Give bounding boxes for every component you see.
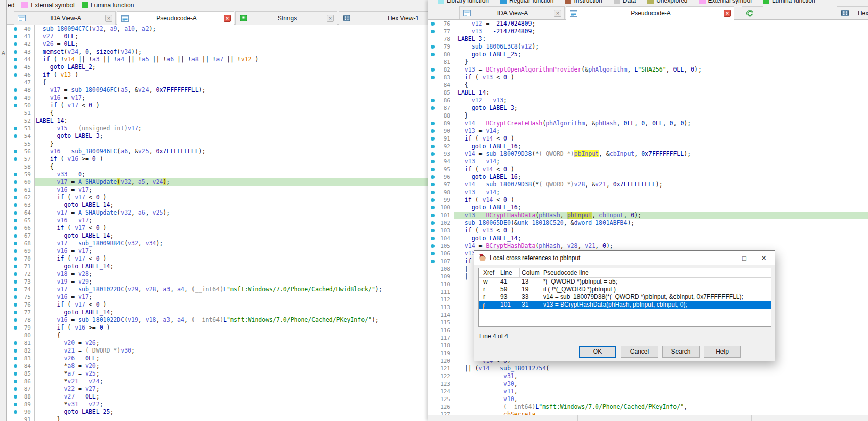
code-line[interactable]: 89 *v31 = v22; (7, 401, 428, 408)
code-line[interactable]: 55 } (7, 140, 428, 148)
code-line[interactable]: 78 v16 = sub_1801022DC(v19, v18, a3, a4,… (7, 316, 428, 324)
code-line[interactable]: 76 if ( v17 < 0 ) (7, 301, 428, 309)
code-line[interactable]: 91 } (7, 416, 428, 421)
code-line[interactable]: 47 { (7, 79, 428, 86)
column-header-pseudocode-line[interactable]: Pseudocode line (543, 268, 589, 278)
code-line[interactable]: 86 v12 = v13; (428, 97, 868, 104)
code-line[interactable]: 56 v16 = sub_1800946FC(a6, &v25, 0x7FFFF… (7, 148, 428, 155)
code-line[interactable]: 68 v17 = sub_18009BB4C(v32, v34); (7, 240, 428, 247)
code-line[interactable]: 91 if ( v14 < 0 ) (428, 135, 868, 143)
code-line[interactable]: 81 v20 = v26; (7, 339, 428, 347)
code-line[interactable]: 100 goto LABEL_16; (428, 204, 868, 212)
code-line[interactable]: 44 if ( !v14 || !a3 || !a4 || !a5 || !a6… (7, 56, 428, 63)
close-tab-icon[interactable]: × (724, 10, 731, 17)
code-line[interactable]: 124 v11, (428, 388, 868, 395)
code-line[interactable]: 123 v30, (428, 380, 868, 388)
code-line[interactable]: 105 v14 = BCryptHashData(phHash, v28, v2… (428, 242, 868, 250)
tab-icon[interactable] (742, 6, 763, 19)
horizontal-scrollbar[interactable] (428, 415, 868, 421)
close-tab-icon[interactable]: × (327, 15, 334, 22)
xref-table-header[interactable]: Xref Line Colum Pseudocode line (479, 268, 771, 278)
tab-pseudocode-a[interactable]: Pseudocode-A× (117, 11, 234, 25)
code-line[interactable]: 89 v14 = BCryptCreateHash(phAlgorithm, &… (428, 120, 868, 127)
code-line[interactable]: 83 if ( v13 < 0 ) (428, 74, 868, 81)
code-line[interactable]: 77 goto LABEL_14; (7, 309, 428, 316)
code-line[interactable]: 78LABEL_3: (428, 35, 868, 43)
code-line[interactable]: 79 sub_18006E3C8(v12); (428, 43, 868, 51)
code-line[interactable]: 90 v13 = v14; (428, 127, 868, 135)
code-line[interactable]: 59 v33 = 0; (7, 171, 428, 178)
code-line[interactable]: 121 || (v14 = sub_180112754( (428, 365, 868, 372)
code-line[interactable]: 66 if ( v17 < 0 ) (7, 224, 428, 232)
code-line[interactable]: 61 v16 = v17; (7, 186, 428, 194)
code-line[interactable]: 50 if ( v17 < 0 ) (7, 102, 428, 109)
pseudocode-pane-left[interactable]: 40 sub_180094C7C(v32, a9, a10, a2);41 v2… (7, 25, 428, 421)
close-tab-icon[interactable]: × (554, 10, 561, 17)
code-line[interactable]: 58 { (7, 163, 428, 171)
code-line[interactable]: 126 (__int64)L"msft:Windows/7.0/Phone/Ca… (428, 403, 868, 411)
xref-table[interactable]: Xref Line Colum Pseudocode line w4113*(_… (478, 268, 771, 327)
code-line[interactable]: 87 goto LABEL_3; (428, 104, 868, 112)
code-line[interactable]: 88 } (428, 112, 868, 120)
code-line[interactable]: 57 if ( v16 >= 0 ) (7, 155, 428, 163)
code-line[interactable]: 96 goto LABEL_16; (428, 173, 868, 181)
code-line[interactable]: 103 if ( v13 < 0 ) (428, 227, 868, 235)
code-line[interactable]: 60 v17 = A_SHAUpdate(v32, a5, v24); (7, 178, 428, 186)
code-line[interactable]: 42 v26 = 0LL; (7, 40, 428, 48)
tab-strings[interactable]: Strings× (235, 11, 337, 25)
code-line[interactable]: 80 goto LABEL_25; (428, 51, 868, 58)
column-header-column[interactable]: Colum (522, 268, 540, 278)
cancel-button[interactable]: Cancel (621, 346, 658, 358)
code-line[interactable]: 48 v17 = sub_1800946FC(a5, &v24, 0x7FFFF… (7, 86, 428, 94)
code-line[interactable]: 79 if ( v16 >= 0 ) (7, 324, 428, 332)
code-line[interactable]: 49 v16 = v17; (7, 94, 428, 102)
tab-ida-view-a[interactable]: IDA View-A× (14, 11, 116, 25)
code-line[interactable]: 53 v15 = (unsigned int)v17; (7, 125, 428, 132)
code-line[interactable]: 40 sub_180094C7C(v32, a9, a10, a2); (7, 25, 428, 33)
code-line[interactable]: 86 *v21 = v24; (7, 378, 428, 385)
code-line[interactable]: 95 if ( v14 < 0 ) (428, 166, 868, 173)
ok-button[interactable]: OK (579, 346, 616, 358)
code-line[interactable]: 92 goto LABEL_16; (428, 143, 868, 150)
code-line[interactable]: 72 v18 = v28; (7, 270, 428, 278)
column-header-xref[interactable]: Xref (483, 268, 494, 278)
code-line[interactable]: 64 v17 = A_SHAUpdate(v32, a6, v25); (7, 209, 428, 217)
code-line[interactable]: 43 memset(v34, 0, sizeof(v34)); (7, 48, 428, 56)
code-line[interactable]: 73 v19 = v29; (7, 278, 428, 286)
code-line[interactable]: 93 v14 = sub_180079D38(*(_QWORD *)pbInpu… (428, 150, 868, 158)
search-button[interactable]: Search (662, 346, 700, 358)
code-line[interactable]: 97 v14 = sub_180079D38(*(_QWORD *)v28, &… (428, 181, 868, 189)
code-line[interactable]: 52LABEL_14: (7, 117, 428, 125)
xref-row[interactable]: r10131v13 = BCryptHashData(phHash, pbInp… (479, 301, 771, 309)
code-line[interactable]: 82 v21 = (_DWORD *)v30; (7, 347, 428, 355)
code-line[interactable]: 54 goto LABEL_3; (7, 132, 428, 140)
code-line[interactable]: 104 goto LABEL_14; (428, 235, 868, 242)
maximize-icon[interactable]: □ (735, 251, 754, 265)
code-line[interactable]: 122 v31, (428, 372, 868, 380)
code-line[interactable]: 76 v12 = -2147024809; (428, 20, 868, 28)
dialog-titlebar[interactable]: Local cross references to pbInput — □ ✕ (474, 251, 775, 265)
column-header-line[interactable]: Line (500, 268, 512, 278)
code-line[interactable]: 94 v13 = v14; (428, 158, 868, 166)
code-line[interactable]: 51 { (7, 109, 428, 117)
code-line[interactable]: 99 if ( v14 < 0 ) (428, 196, 868, 204)
code-line[interactable]: 77 v13 = -2147024809; (428, 28, 868, 35)
tab-hex-view-1[interactable]: Hex View-1× (837, 6, 868, 19)
code-line[interactable]: 69 v16 = v17; (7, 247, 428, 255)
code-line[interactable]: 81 } (428, 58, 868, 66)
code-line[interactable]: 62 if ( v17 < 0 ) (7, 194, 428, 201)
code-line[interactable]: 74 v17 = sub_1801022DC(v29, v28, a3, a4,… (7, 286, 428, 293)
code-line[interactable]: 83 v26 = 0LL; (7, 355, 428, 362)
code-line[interactable]: 98 v13 = v14; (428, 189, 868, 196)
code-line[interactable]: 82 v13 = BCryptOpenAlgorithmProvider(&ph… (428, 66, 868, 74)
code-line[interactable]: 87 v22 = v27; (7, 385, 428, 393)
code-line[interactable]: 63 goto LABEL_14; (7, 201, 428, 209)
close-icon[interactable]: ✕ (754, 251, 774, 265)
code-line[interactable]: 45 goto LABEL_2; (7, 63, 428, 71)
code-line[interactable]: 101 v13 = BCryptHashData(phHash, pbInput… (428, 212, 868, 219)
code-line[interactable]: 67 goto LABEL_14; (7, 232, 428, 240)
help-button[interactable]: Help (704, 346, 741, 358)
code-line[interactable]: 75 v16 = v17; (7, 293, 428, 301)
code-line[interactable]: 88 v27 = 0LL; (7, 393, 428, 401)
close-tab-icon[interactable]: × (105, 15, 112, 22)
